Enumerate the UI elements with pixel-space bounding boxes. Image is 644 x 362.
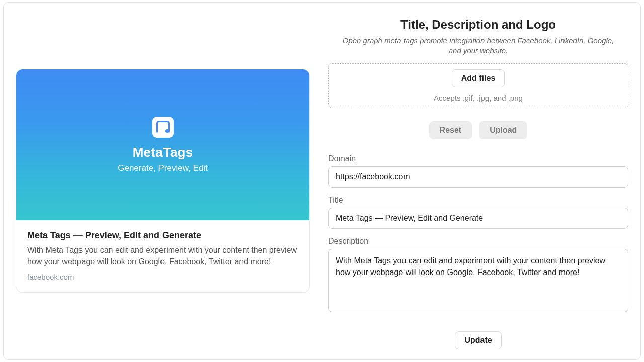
update-button[interactable]: Update <box>455 331 501 349</box>
domain-label: Domain <box>328 154 628 163</box>
update-row: Update <box>328 331 628 349</box>
preview-domain: facebook.com <box>27 273 298 281</box>
upload-button[interactable]: Upload <box>479 121 527 139</box>
title-input[interactable] <box>328 208 628 229</box>
dropzone-accepts-text: Accepts .gif, .jpg, and .png <box>434 94 523 102</box>
preview-hero: MetaTags Generate, Preview, Edit <box>16 69 309 220</box>
description-textarea[interactable]: With Meta Tags you can edit and experime… <box>328 249 628 312</box>
description-label: Description <box>328 237 628 246</box>
form-column: Title, Description and Logo Open graph m… <box>322 3 640 359</box>
preview-hero-tagline: Generate, Preview, Edit <box>118 163 208 173</box>
preview-hero-brand: MetaTags <box>133 145 193 160</box>
preview-column: MetaTags Generate, Preview, Edit Meta Ta… <box>4 3 322 359</box>
title-label: Title <box>328 196 628 205</box>
preview-title: Meta Tags — Preview, Edit and Generate <box>27 230 298 241</box>
preview-description: With Meta Tags you can edit and experime… <box>27 245 298 267</box>
section-title: Title, Description and Logo <box>328 18 628 32</box>
description-field-group: Description With Meta Tags you can edit … <box>328 237 628 314</box>
preview-card: MetaTags Generate, Preview, Edit Meta Ta… <box>16 69 310 293</box>
domain-field-group: Domain <box>328 154 628 188</box>
metatags-logo-icon <box>152 117 174 138</box>
main-panel: MetaTags Generate, Preview, Edit Meta Ta… <box>3 2 641 360</box>
title-field-group: Title <box>328 196 628 229</box>
domain-input[interactable] <box>328 166 628 188</box>
reset-button[interactable]: Reset <box>429 121 472 139</box>
upload-button-row: Reset Upload <box>328 121 628 139</box>
preview-body: Meta Tags — Preview, Edit and Generate W… <box>16 220 309 292</box>
section-subtitle: Open graph meta tags promote integration… <box>343 36 614 56</box>
file-dropzone[interactable]: Add files Accepts .gif, .jpg, and .png <box>328 63 628 109</box>
add-files-button[interactable]: Add files <box>452 69 505 87</box>
